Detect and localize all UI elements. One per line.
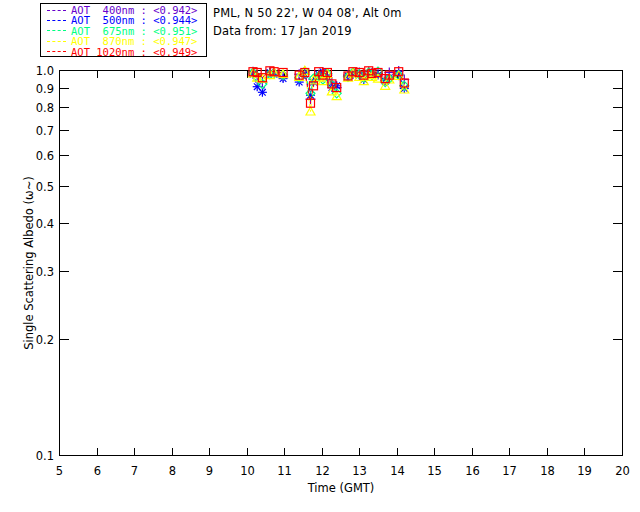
x-tick-label: 5 [56, 464, 63, 478]
y-axis-title: Single Scattering Albedo (ω~) [22, 176, 36, 350]
y-axis-ticks [60, 71, 622, 456]
x-tick-label: 12 [315, 464, 330, 478]
x-axis-tick-labels: 567891011121314151617181920 [56, 464, 630, 478]
legend-dash-icon [47, 41, 66, 42]
legend-dash-icon [47, 30, 66, 31]
y-tick-label: 0.7 [36, 124, 54, 138]
aeronet-ssa-plot-screen: 5678910111213141516171819201.00.90.80.70… [0, 0, 640, 512]
legend-dash-icon [47, 20, 66, 21]
y-tick-label: 0.1 [36, 449, 54, 463]
x-tick-label: 11 [277, 464, 292, 478]
legend-item: AOT 870nm : <0.947> [47, 36, 206, 46]
x-tick-label: 8 [169, 464, 176, 478]
x-tick-label: 17 [502, 464, 517, 478]
legend-item-label: AOT 1020nm : <0.949> [71, 47, 197, 57]
x-tick-label: 15 [427, 464, 442, 478]
x-tick-label: 14 [390, 464, 405, 478]
legend-item: AOT 1020nm : <0.949> [47, 47, 206, 57]
x-tick-label: 16 [465, 464, 480, 478]
x-tick-label: 9 [206, 464, 213, 478]
y-tick-label: 0.2 [36, 333, 54, 347]
y-tick-label: 0.3 [36, 265, 54, 279]
x-axis-ticks [60, 71, 623, 455]
x-tick-label: 18 [540, 464, 555, 478]
x-tick-label: 7 [131, 464, 138, 478]
legend-box: AOT 400nm : <0.942>AOT 500nm : <0.944>AO… [40, 3, 207, 57]
x-tick-label: 19 [577, 464, 592, 478]
y-tick-label: 0.8 [36, 101, 54, 115]
y-tick-label: 0.5 [36, 180, 54, 194]
x-tick-label: 10 [240, 464, 255, 478]
axes [60, 71, 623, 456]
y-tick-label: 0.4 [36, 217, 54, 231]
y-tick-label: 0.6 [36, 149, 54, 163]
plot-header: PML, N 50 22', W 04 08', Alt 0m Data fro… [213, 4, 402, 40]
x-axis-title: Time (GMT) [308, 481, 375, 495]
ssa-chart: 5678910111213141516171819201.00.90.80.70… [0, 0, 640, 512]
site-location-text: PML, N 50 22', W 04 08', Alt 0m [213, 4, 402, 22]
data-date-text: Data from: 17 Jan 2019 [213, 22, 402, 40]
y-axis-tick-labels: 1.00.90.80.70.60.50.40.30.20.1 [36, 64, 54, 463]
x-tick-label: 13 [352, 464, 367, 478]
y-tick-label: 1.0 [36, 64, 54, 78]
x-tick-label: 20 [615, 464, 630, 478]
legend-dash-icon [47, 51, 66, 52]
legend-dash-icon [47, 10, 66, 11]
y-tick-label: 0.9 [36, 82, 54, 96]
x-tick-label: 6 [94, 464, 101, 478]
